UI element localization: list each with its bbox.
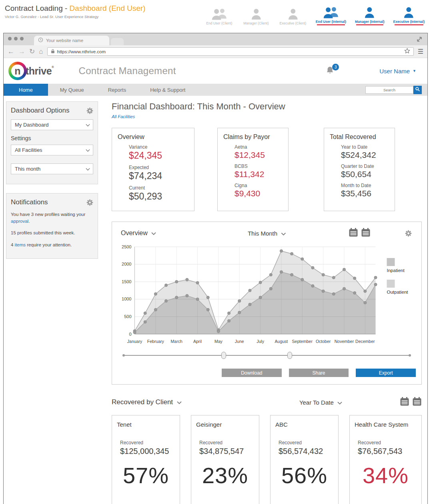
svg-text:August: August xyxy=(275,339,288,344)
search-button[interactable] xyxy=(413,86,422,94)
period-select[interactable]: This month xyxy=(11,163,93,174)
product-title: Contract Management xyxy=(79,65,176,77)
svg-text:1000: 1000 xyxy=(122,296,131,301)
url-field[interactable]: https://www.nthrive.com xyxy=(47,47,414,56)
chart-period-select[interactable]: This Month xyxy=(248,230,286,237)
metric-year-to-date: Year to Date $524,342 xyxy=(341,144,389,160)
share-button[interactable]: Share xyxy=(289,369,349,377)
main-area: Financial Dashboard: This Month - Overvi… xyxy=(112,101,422,504)
calendar-end-icon[interactable] xyxy=(412,397,422,408)
date-range-pickers xyxy=(400,397,422,408)
person-pair-icon xyxy=(323,5,339,18)
export-button[interactable]: Export xyxy=(356,369,416,377)
overview-chart: 05001000150020002500JanuaryFebruaryMarch… xyxy=(112,243,421,350)
gear-icon[interactable] xyxy=(86,107,93,114)
url-text[interactable]: https://www.nthrive.com xyxy=(57,49,402,54)
svg-text:Inpatient: Inpatient xyxy=(387,268,405,273)
bookmark-star-icon[interactable] xyxy=(404,48,410,55)
window-control-dots[interactable] xyxy=(8,37,24,40)
clock-icon xyxy=(38,37,43,44)
page-title-prefix: Contract Loading - xyxy=(5,4,70,12)
calendar-end-icon[interactable] xyxy=(361,228,371,239)
slider-handle-1[interactable] xyxy=(221,352,226,359)
svg-text:January: January xyxy=(127,339,142,344)
chart-series-select[interactable]: Overview xyxy=(121,230,156,237)
chevron-down-icon xyxy=(337,399,342,406)
browser-tab-title: Your website name xyxy=(46,38,83,43)
browser-frame: Your website name ← → ↻ ⌂ https://www.nt… xyxy=(3,33,428,504)
notification-link[interactable]: items xyxy=(15,242,26,247)
lock-icon xyxy=(51,48,55,55)
persona-manager-internal[interactable]: Manager (Internal) xyxy=(355,5,385,25)
expand-window-icon[interactable] xyxy=(415,35,423,43)
persona-label: Manager (Client) xyxy=(243,21,269,25)
search-icon xyxy=(415,87,420,93)
gear-icon[interactable] xyxy=(86,199,93,206)
forward-icon[interactable]: → xyxy=(18,48,25,55)
nav-item-home[interactable]: Home xyxy=(4,84,48,96)
svg-text:April: April xyxy=(193,339,202,344)
home-icon[interactable]: ⌂ xyxy=(39,48,43,55)
calendar-start-icon[interactable] xyxy=(349,228,358,239)
notifications-bell[interactable]: 3 xyxy=(325,66,335,77)
chevron-down-icon: ▼ xyxy=(413,69,416,73)
refresh-icon[interactable]: ↻ xyxy=(29,48,35,55)
svg-text:May: May xyxy=(214,339,223,344)
user-menu[interactable]: User Name ▼ xyxy=(379,68,416,75)
persona-label: Manager (Internal) xyxy=(355,20,385,24)
client-card-health-care-system: Health Care System Recovered $76,567,543… xyxy=(349,415,422,504)
person-icon xyxy=(251,6,262,20)
nthrive-logo[interactable]: n thrive® xyxy=(8,62,54,80)
metric-variance: Variance $24,345 xyxy=(129,144,188,161)
svg-text:November: November xyxy=(335,339,354,344)
gear-icon[interactable] xyxy=(405,230,412,237)
summary-cards-row: Overview Variance $24,345 Expected $74,2… xyxy=(112,128,422,211)
date-range-pickers xyxy=(349,228,371,239)
dashboard-select[interactable]: My Dashboard xyxy=(11,119,93,130)
download-button[interactable]: Download xyxy=(222,369,282,377)
browser-tab[interactable]: Your website name xyxy=(34,36,109,45)
sidebar: Dashboard Options My Dashboard Settings … xyxy=(6,101,98,504)
persona-manager-client[interactable]: Manager (Client) xyxy=(242,6,270,25)
svg-text:1500: 1500 xyxy=(122,279,131,284)
browser-menu-icon[interactable]: ☰ xyxy=(418,48,423,55)
all-facilities-link[interactable]: All Facilities xyxy=(112,114,135,119)
persona-end-user-internal[interactable]: End User (Internal) xyxy=(316,5,346,25)
calendar-start-icon[interactable] xyxy=(400,397,409,408)
bell-icon xyxy=(325,69,335,76)
browser-url-bar: ← → ↻ ⌂ https://www.nthrive.com ☰ xyxy=(4,45,427,58)
persona-label: Executive (Internal) xyxy=(393,20,425,24)
svg-text:July: July xyxy=(257,339,264,344)
chevron-down-icon xyxy=(86,147,90,151)
new-tab-button[interactable] xyxy=(111,38,124,45)
persona-end-user-client[interactable]: End User (Client) xyxy=(205,6,233,25)
svg-text:December: December xyxy=(355,339,375,344)
page-subtitle: Victor G. Gonzalez - Lead Sr. User Exper… xyxy=(5,14,146,19)
slider-track[interactable] xyxy=(123,355,410,356)
svg-text:2500: 2500 xyxy=(122,244,131,249)
browser-chrome-bar: Your website name xyxy=(4,33,427,45)
notification-link[interactable]: approval xyxy=(11,219,28,224)
recovered-by-client-select[interactable]: Recovered by Client xyxy=(112,398,182,406)
recovered-period-select[interactable]: Year To Date xyxy=(299,399,342,406)
svg-text:February: February xyxy=(147,339,164,344)
nav-item-my-queue[interactable]: My Queue xyxy=(48,84,96,96)
slider-handle-2[interactable] xyxy=(287,352,292,359)
back-icon[interactable]: ← xyxy=(8,48,14,55)
svg-text:0: 0 xyxy=(129,332,131,337)
active-underline xyxy=(395,24,423,25)
nav-item-help-support[interactable]: Help & Support xyxy=(138,84,197,96)
search-input[interactable] xyxy=(365,86,413,94)
page-title: Contract Loading - Dashboard (End User) xyxy=(5,4,146,13)
metric-current: Current $50,293 xyxy=(129,185,188,202)
metric-bcbs: BCBS $11,342 xyxy=(235,163,283,179)
app-header: n thrive® Contract Management 3 User Nam… xyxy=(4,58,427,84)
nav-item-reports[interactable]: Reports xyxy=(96,84,138,96)
svg-text:March: March xyxy=(171,339,182,344)
client-card-geisinger: Geisinger Recovered $34,875,547 23% xyxy=(191,415,259,504)
persona-executive-internal[interactable]: Executive (Internal) xyxy=(393,5,425,25)
meta-titles: Contract Loading - Dashboard (End User) … xyxy=(5,4,146,19)
facilities-select[interactable]: All Facilities xyxy=(11,145,93,155)
metric-quarter-to-date: Quarter to Date $50,654 xyxy=(341,163,389,179)
persona-executive-client[interactable]: Executive (Client) xyxy=(279,6,307,25)
